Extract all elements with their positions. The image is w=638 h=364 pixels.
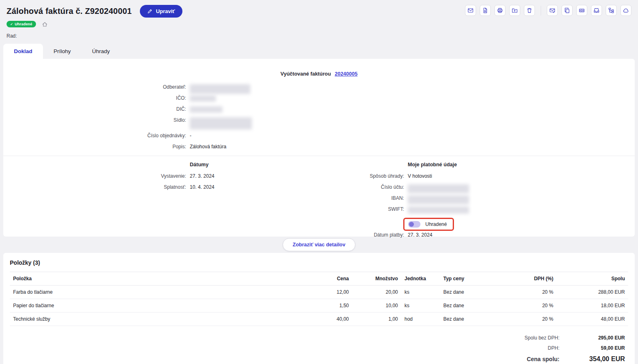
item-name: Farba do tlačiarne [10, 286, 307, 299]
email-icon[interactable] [465, 5, 476, 16]
edit-button-label: Upraviť [156, 8, 175, 14]
payment-method-label: Spôsob úhrady: [315, 172, 404, 179]
ico-label: IČO: [10, 94, 186, 101]
vat-row: DPH: 59,00 EUR [10, 345, 625, 351]
item-price: 1,50 [307, 299, 352, 313]
items-table-header: Položka Cena Množstvo Jednotka Typ ceny … [10, 272, 628, 286]
status-badge: ✓ Uhradené [7, 21, 36, 27]
delete-icon[interactable] [524, 5, 535, 16]
grand-total-value: 354,00 EUR [559, 355, 625, 363]
field-row-uhradene: Uhradené [315, 217, 628, 231]
item-vat: 20 % [501, 286, 557, 299]
payment-icon[interactable] [576, 5, 587, 16]
vat-label: DPH: [548, 345, 559, 351]
payment-date-value: 27. 3. 2024 [408, 231, 628, 238]
redacted-swift [408, 206, 469, 214]
item-vat: 20 % [501, 299, 557, 313]
house-icon[interactable] [42, 21, 48, 27]
cloud-sync-icon[interactable] [620, 5, 631, 16]
col-spolu: Spolu [557, 272, 628, 286]
tab-bar: Doklad Prílohy Úhrady [3, 44, 635, 59]
col-jednotka: Jednotka [401, 272, 440, 286]
paid-toggle-label: Uhradené [425, 221, 447, 227]
item-total: 18,00 EUR [557, 299, 628, 313]
status-badge-label: Uhradené [15, 22, 32, 26]
item-price-type: Bez dane [440, 313, 501, 326]
tab-doklad[interactable]: Doklad [3, 44, 43, 59]
payment-method-value: V hotovosti [408, 172, 628, 179]
odberatel-label: Odberateľ: [10, 83, 186, 90]
duplicate-icon[interactable] [562, 5, 573, 16]
item-total: 288,00 EUR [557, 286, 628, 299]
col-dph: DPH (%) [501, 272, 557, 286]
post-document-icon[interactable] [591, 5, 602, 16]
edit-button[interactable]: Upraviť [140, 5, 182, 18]
issued-label: Vystavenie: [10, 172, 186, 179]
item-price-type: Bez dane [440, 299, 501, 313]
redacted-ico [190, 95, 216, 102]
series-label: Rad: [7, 33, 182, 39]
item-qty: 20,00 [352, 286, 401, 299]
show-more-details-button[interactable]: Zobraziť viac detailov [283, 238, 356, 251]
swift-label: SWIFT: [315, 205, 404, 212]
item-unit: hod [401, 313, 440, 326]
paid-toggle[interactable] [408, 221, 420, 228]
grand-total-label: Cena spolu: [527, 356, 559, 362]
send-mail-check-icon[interactable] [547, 5, 558, 16]
table-row[interactable]: Technické služby 40,00 1,00 hod Bez dane… [10, 313, 628, 326]
account-label: Číslo účtu: [315, 183, 404, 190]
order-number-label: Číslo objednávky: [10, 132, 186, 138]
print-icon[interactable] [494, 5, 505, 16]
item-price-type: Bez dane [440, 286, 501, 299]
item-qty: 10,00 [352, 299, 401, 313]
billed-with-label: Vyúčtované faktúrou [281, 71, 331, 77]
field-row-iban: IBAN: [315, 194, 628, 205]
paid-toggle-highlight: Uhradené [403, 218, 454, 231]
linked-invoice-link[interactable]: 20240005 [335, 71, 358, 77]
field-row-order-number: Číslo objednávky: - [10, 132, 628, 143]
payment-heading: Moje platobné údaje [408, 162, 628, 167]
export-folder-icon[interactable] [509, 5, 520, 16]
issued-value: 27. 3. 2024 [190, 172, 315, 179]
field-row-dic: DIČ: [10, 105, 628, 116]
subtotal-row: Spolu bez DPH: 295,00 EUR [10, 335, 625, 341]
field-row-vystavenie: Vystavenie: 27. 3. 2024 [10, 172, 315, 183]
totals-section: Spolu bez DPH: 295,00 EUR DPH: 59,00 EUR… [10, 335, 628, 363]
col-cena: Cena [307, 272, 352, 286]
field-row-sposob-uhrady: Spôsob úhrady: V hotovosti [315, 172, 628, 183]
due-value: 10. 4. 2024 [190, 183, 315, 190]
item-qty: 1,00 [352, 313, 401, 326]
order-number-value: - [190, 132, 628, 138]
field-row-sidlo: Sídlo: [10, 116, 628, 132]
document-card: Vyúčtované faktúrou 20240005 Odberateľ: … [3, 59, 635, 237]
grand-total-row: Cena spolu: 354,00 EUR [10, 355, 625, 363]
pdf-icon[interactable] [480, 5, 491, 16]
related-documents-icon[interactable] [606, 5, 617, 16]
field-row-cislo-uctu: Číslo účtu: [315, 183, 628, 194]
invoice-detail-page: Zálohová faktúra č. Z920240001 Upraviť ✓… [0, 0, 638, 364]
redacted-iban [408, 195, 469, 204]
toolbar [465, 5, 631, 16]
redacted-dic [190, 106, 222, 113]
item-vat: 20 % [501, 313, 557, 326]
item-total: 48,00 EUR [557, 313, 628, 326]
iban-label: IBAN: [315, 194, 404, 201]
popis-label: Popis: [10, 143, 186, 150]
table-row[interactable]: Papier do tlačiarne 1,50 10,00 ks Bez da… [10, 299, 628, 313]
item-price: 12,00 [307, 286, 352, 299]
redacted-customer-name [190, 84, 250, 94]
tab-prilohy[interactable]: Prílohy [43, 44, 81, 59]
field-row-swift: SWIFT: [315, 205, 628, 217]
item-name: Papier do tlačiarne [10, 299, 307, 313]
payment-section: Moje platobné údaje Spôsob úhrady: V hot… [315, 162, 628, 242]
subtotal-label: Spolu bez DPH: [525, 335, 559, 341]
tab-uhrady[interactable]: Úhrady [81, 44, 121, 59]
table-row[interactable]: Farba do tlačiarne 12,00 20,00 ks Bez da… [10, 286, 628, 299]
item-unit: ks [401, 286, 440, 299]
sidlo-label: Sídlo: [10, 116, 186, 123]
field-row-splatnost: Splatnosť: 10. 4. 2024 [10, 183, 315, 194]
toolbar-divider [541, 6, 541, 16]
check-icon: ✓ [10, 22, 13, 26]
item-unit: ks [401, 299, 440, 313]
items-card: Položky (3) Položka Cena Množstvo Jednot… [3, 253, 635, 364]
